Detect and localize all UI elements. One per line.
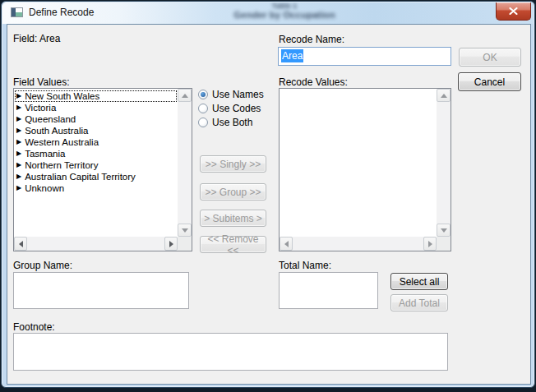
list-item[interactable]: ▶Queensland [15,113,177,125]
background-window-line2: Gender by Occupation [182,10,387,21]
cancel-button[interactable]: Cancel [458,72,521,91]
recode-values-label: Recode Values: [279,76,348,88]
item-label: Northern Territory [25,160,98,170]
define-recode-dialog: Table 1 Gender by Occupation Define Reco… [1,1,535,388]
field-values-hscrollbar[interactable] [14,237,178,251]
item-label: Queensland [25,114,76,124]
item-label: Unknown [25,183,64,193]
dialog-titlebar[interactable]: Table 1 Gender by Occupation Define Reco… [2,2,534,24]
radio-label: Use Codes [212,103,261,114]
remove-button[interactable]: << Remove << [200,236,266,253]
dialog-icon [11,7,23,17]
item-arrow-icon: ▶ [16,173,21,180]
group-button[interactable]: >> Group >> [200,183,266,201]
scroll-left-icon [284,241,289,247]
field-values-vscrollbar[interactable] [178,89,192,237]
radio-icon [198,90,208,99]
recode-name-input[interactable]: Area [278,47,451,66]
recode-name-label: Recode Name: [279,34,344,45]
dialog-client-area: Field: Area Recode Name: Area OK Cancel … [7,24,531,385]
singly-button[interactable]: >> Singly >> [200,155,266,173]
radio-label: Use Both [212,117,252,128]
list-item[interactable]: ▶Victoria [15,102,177,113]
item-arrow-icon: ▶ [16,139,21,145]
item-arrow-icon: ▶ [16,162,21,168]
dialog-title: Define Recode [29,7,94,18]
item-arrow-icon: ▶ [16,104,21,111]
ok-button[interactable]: OK [459,48,521,67]
item-label: Tasmania [25,149,65,159]
field-info-label: Field: Area [13,33,60,44]
close-button[interactable] [496,2,531,21]
list-item[interactable]: ▶Western Australia [15,136,177,148]
item-label: South Australia [25,126,88,136]
group-name-label: Group Name: [13,260,72,271]
radio-label: Use Names [212,89,264,100]
scroll-left-icon [19,241,23,247]
add-total-button[interactable]: Add Total [390,294,448,311]
radio-icon [198,104,208,113]
list-item[interactable]: ▶South Australia [15,125,177,136]
total-name-input[interactable] [279,272,378,309]
field-values-list[interactable]: ▶New South Wales▶Victoria▶Queensland▶Sou… [15,90,177,236]
radio-option-use-names[interactable]: Use Names [198,89,264,100]
list-item[interactable]: ▶Australian Capital Territory [15,171,177,182]
subitems-button[interactable]: > Subitems > [200,210,266,227]
footnote-input[interactable] [13,333,448,371]
scroll-up-icon [182,94,188,98]
scroll-down-icon [182,228,188,233]
recode-values-vscrollbar[interactable] [437,89,451,237]
radio-option-use-codes[interactable]: Use Codes [198,103,261,114]
list-item[interactable]: ▶Northern Territory [15,159,177,171]
item-label: Australian Capital Territory [25,172,136,182]
total-name-label: Total Name: [279,260,331,271]
item-arrow-icon: ▶ [16,93,21,99]
close-icon [509,7,518,15]
desktop-background: Table 1 Gender by Occupation Define Reco… [0,0,536,392]
footnote-label: Footnote: [13,321,55,333]
background-window-line1: Table 1 [182,2,387,10]
scrollbar-corner [178,237,192,251]
recode-name-value: Area [281,49,303,62]
background-window-title: Table 1 Gender by Occupation [182,2,387,21]
group-name-input[interactable] [13,272,189,309]
item-label: New South Wales [25,91,99,101]
scroll-right-icon [169,241,173,247]
list-item[interactable]: ▶Tasmania [15,148,177,159]
list-item[interactable]: ▶Unknown [15,182,177,194]
list-item[interactable]: ▶New South Wales [15,90,177,102]
item-arrow-icon: ▶ [16,127,21,134]
select-all-button[interactable]: Select all [390,273,448,290]
field-values-label: Field Values: [13,76,69,88]
recode-values-listbox[interactable] [279,88,451,251]
radio-icon [198,118,208,127]
scroll-right-icon [428,241,432,247]
scrollbar-corner [437,237,451,251]
radio-option-use-both[interactable]: Use Both [198,117,252,128]
recode-values-hscrollbar[interactable] [280,237,437,251]
scroll-up-icon [441,94,447,98]
item-label: Western Australia [25,137,99,147]
item-arrow-icon: ▶ [16,116,21,122]
scroll-down-icon [441,228,447,233]
recode-values-list[interactable] [280,90,436,236]
item-arrow-icon: ▶ [16,150,21,157]
item-label: Victoria [25,103,56,113]
item-arrow-icon: ▶ [16,185,21,191]
field-values-listbox[interactable]: ▶New South Wales▶Victoria▶Queensland▶Sou… [13,88,192,251]
